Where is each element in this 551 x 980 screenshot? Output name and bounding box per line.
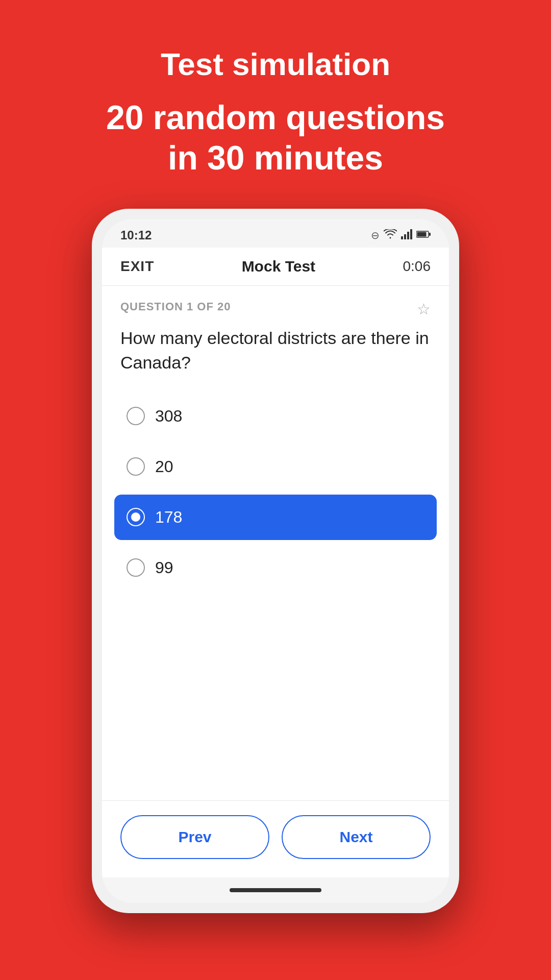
option-label-308: 308 [155,407,182,426]
option-178[interactable]: 178 [114,495,437,540]
prev-button[interactable]: Prev [120,815,269,859]
question-counter: QUESTION 1 OF 20 [120,300,231,313]
svg-rect-3 [410,229,412,239]
star-icon[interactable]: ☆ [417,300,431,318]
camera-notch [255,228,296,242]
svg-rect-2 [407,232,409,239]
status-icons: ⊖ [371,229,431,242]
exit-button[interactable]: EXIT [120,258,154,275]
question-text: How many electoral districts are there i… [102,326,449,393]
gesture-bar [102,877,449,903]
phone-screen: 10:12 ⊖ [102,219,449,903]
dnd-icon: ⊖ [371,229,380,241]
option-label-178: 178 [155,508,182,527]
main-title: Test simulation [106,46,445,82]
test-title: Mock Test [242,258,315,275]
radio-178 [127,508,145,526]
option-label-99: 99 [155,558,173,577]
option-308[interactable]: 308 [114,394,437,439]
wifi-icon [384,229,397,242]
option-99[interactable]: 99 [114,545,437,591]
radio-99 [127,558,145,577]
radio-20 [127,457,145,476]
options-list: 308 20 178 99 [102,394,449,596]
subtitle-line1: 20 random questions [106,99,445,136]
question-header: QUESTION 1 OF 20 ☆ [102,286,449,326]
radio-inner-178 [131,512,140,522]
topbar: EXIT Mock Test 0:06 [102,248,449,286]
gesture-line [230,888,321,892]
svg-rect-1 [404,234,406,239]
svg-rect-5 [417,232,427,237]
option-20[interactable]: 20 [114,444,437,489]
next-button[interactable]: Next [282,815,431,859]
spacer [102,596,449,801]
status-bar: 10:12 ⊖ [102,219,449,248]
subtitle-line2: in 30 minutes [168,139,383,177]
signal-icon [401,229,412,241]
main-subtitle: 20 random questions in 30 minutes [106,97,445,178]
battery-icon [416,230,431,240]
radio-308 [127,407,145,425]
bottom-nav: Prev Next [102,800,449,877]
timer: 0:06 [403,258,431,275]
phone-mockup: 10:12 ⊖ [92,209,459,913]
option-label-20: 20 [155,457,173,476]
status-time: 10:12 [120,228,152,242]
page-header: Test simulation 20 random questions in 3… [106,46,445,178]
svg-rect-0 [401,236,403,239]
svg-rect-6 [429,233,431,236]
question-area: QUESTION 1 OF 20 ☆ How many electoral di… [102,286,449,877]
